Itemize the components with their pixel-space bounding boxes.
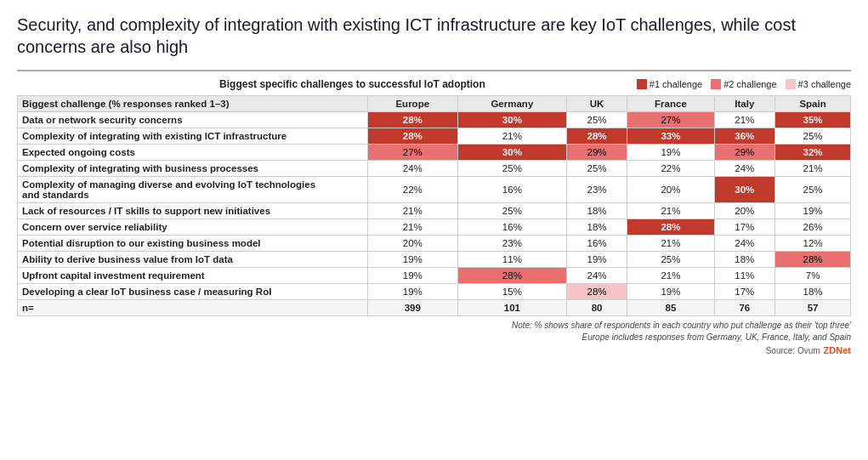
- n-france: 85: [627, 300, 714, 316]
- legend-item-2: #2 challenge: [711, 79, 776, 89]
- table-header-row: Biggest challenge (% responses ranked 1–…: [18, 96, 851, 112]
- cell-uk: 18%: [566, 203, 627, 219]
- zdnet-logo: ZDNet: [824, 345, 851, 355]
- cell-spain: 25%: [775, 177, 851, 203]
- row-label: Ability to derive business value from Io…: [18, 252, 368, 268]
- cell-uk: 23%: [566, 177, 627, 203]
- chart-legend: #1 challenge #2 challenge #3 challenge: [637, 79, 851, 89]
- cell-germany: 28%: [457, 268, 566, 284]
- row-label: Complexity of managing diverse and evolv…: [18, 177, 368, 203]
- cell-uk: 19%: [566, 252, 627, 268]
- cell-europe: 22%: [367, 177, 457, 203]
- table-row: Developing a clear IoT business case / m…: [18, 284, 851, 300]
- table-row: Concern over service reliability21%16%18…: [18, 219, 851, 236]
- cell-europe: 19%: [367, 284, 457, 300]
- col-header-germany: Germany: [457, 96, 566, 112]
- n-row-label: n=: [18, 300, 368, 316]
- n-europe: 399: [367, 300, 457, 316]
- n-germany: 101: [457, 300, 566, 316]
- cell-spain: 32%: [775, 145, 851, 161]
- row-label: Lack of resources / IT skills to support…: [18, 203, 368, 219]
- cell-italy: 36%: [714, 128, 774, 145]
- col-header-spain: Spain: [775, 96, 851, 112]
- cell-germany: 30%: [457, 145, 566, 161]
- row-label: Complexity of integrating with business …: [18, 161, 368, 177]
- col-header-challenge: Biggest challenge (% responses ranked 1–…: [18, 96, 368, 112]
- cell-spain: 25%: [775, 128, 851, 145]
- cell-europe: 24%: [367, 161, 457, 177]
- cell-spain: 35%: [775, 112, 851, 128]
- table-row: Complexity of managing diverse and evolv…: [18, 177, 851, 203]
- cell-spain: 28%: [775, 252, 851, 268]
- table-row: Complexity of integrating with business …: [18, 161, 851, 177]
- cell-italy: 17%: [714, 284, 774, 300]
- n-uk: 80: [566, 300, 627, 316]
- cell-uk: 16%: [566, 236, 627, 252]
- cell-germany: 15%: [457, 284, 566, 300]
- row-label: Potential disruption to our existing bus…: [18, 236, 368, 252]
- cell-europe: 27%: [367, 145, 457, 161]
- cell-spain: 12%: [775, 236, 851, 252]
- cell-europe: 21%: [367, 203, 457, 219]
- chart-subtitle: Biggest specific challenges to successfu…: [68, 78, 637, 90]
- cell-germany: 11%: [457, 252, 566, 268]
- note-line-1: Note: % shows share of respondents in ea…: [17, 320, 851, 332]
- cell-france: 21%: [627, 203, 714, 219]
- cell-italy: 11%: [714, 268, 774, 284]
- cell-france: 19%: [627, 284, 714, 300]
- col-header-uk: UK: [566, 96, 627, 112]
- cell-uk: 29%: [566, 145, 627, 161]
- cell-italy: 17%: [714, 219, 774, 236]
- cell-france: 27%: [627, 112, 714, 128]
- chart-area: Biggest specific challenges to successfu…: [17, 70, 851, 355]
- cell-spain: 18%: [775, 284, 851, 300]
- row-label: Expected ongoing costs: [18, 145, 368, 161]
- cell-france: 22%: [627, 161, 714, 177]
- row-label: Upfront capital investment requirement: [18, 268, 368, 284]
- legend-item-1: #1 challenge: [637, 79, 702, 89]
- table-row: Lack of resources / IT skills to support…: [18, 203, 851, 219]
- cell-france: 33%: [627, 128, 714, 145]
- cell-germany: 30%: [457, 112, 566, 128]
- n-spain: 57: [775, 300, 851, 316]
- cell-spain: 19%: [775, 203, 851, 219]
- cell-europe: 28%: [367, 112, 457, 128]
- cell-germany: 16%: [457, 219, 566, 236]
- cell-germany: 21%: [457, 128, 566, 145]
- cell-france: 25%: [627, 252, 714, 268]
- source-text: Source: Ovum: [766, 346, 820, 355]
- cell-uk: 28%: [566, 284, 627, 300]
- table-row: Ability to derive business value from Io…: [18, 252, 851, 268]
- cell-europe: 19%: [367, 252, 457, 268]
- cell-italy: 24%: [714, 236, 774, 252]
- page-title: Security, and complexity of integration …: [17, 14, 850, 58]
- cell-uk: 28%: [566, 128, 627, 145]
- legend-box-3: [786, 79, 796, 89]
- cell-italy: 24%: [714, 161, 774, 177]
- legend-item-3: #3 challenge: [786, 79, 851, 89]
- cell-italy: 21%: [714, 112, 774, 128]
- table-row: Upfront capital investment requirement19…: [18, 268, 851, 284]
- cell-europe: 20%: [367, 236, 457, 252]
- legend-label-1: #1 challenge: [650, 79, 702, 89]
- cell-europe: 28%: [367, 128, 457, 145]
- row-label: Complexity of integrating with existing …: [18, 128, 368, 145]
- table-row: Potential disruption to our existing bus…: [18, 236, 851, 252]
- chart-notes: Note: % shows share of respondents in ea…: [17, 320, 851, 344]
- cell-france: 21%: [627, 268, 714, 284]
- col-header-france: France: [627, 96, 714, 112]
- cell-italy: 18%: [714, 252, 774, 268]
- cell-uk: 18%: [566, 219, 627, 236]
- source-row: Source: Ovum ZDNet: [17, 345, 851, 355]
- n-italy: 76: [714, 300, 774, 316]
- legend-label-3: #3 challenge: [798, 79, 851, 89]
- n-row: n=39910180857657: [18, 300, 851, 316]
- legend-box-1: [637, 79, 647, 89]
- cell-germany: 25%: [457, 203, 566, 219]
- chart-title-row: Biggest specific challenges to successfu…: [17, 78, 851, 90]
- cell-italy: 29%: [714, 145, 774, 161]
- cell-france: 19%: [627, 145, 714, 161]
- cell-uk: 24%: [566, 268, 627, 284]
- legend-label-2: #2 challenge: [723, 79, 776, 89]
- row-label: Data or network security concerns: [18, 112, 368, 128]
